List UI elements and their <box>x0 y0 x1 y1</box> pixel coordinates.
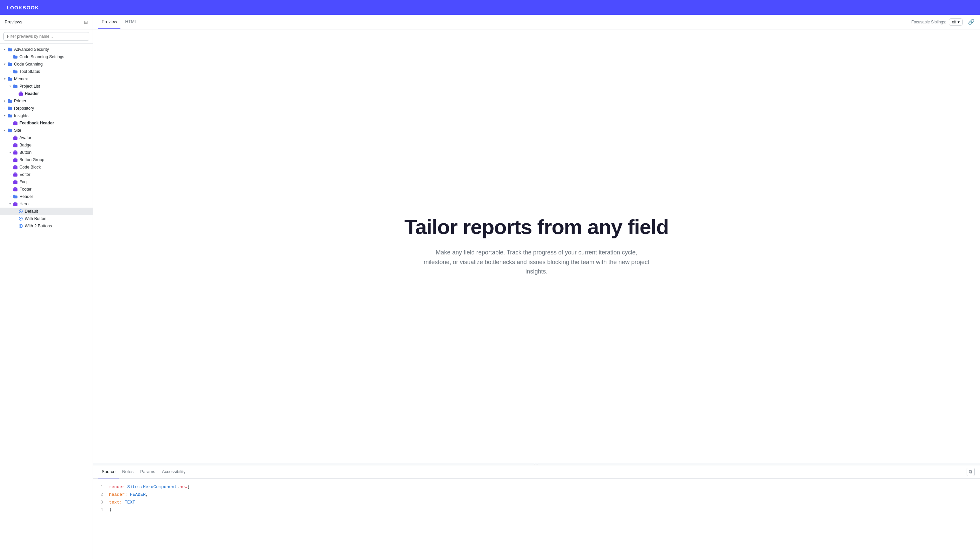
sidebar-item-footer[interactable]: Footer <box>0 185 93 193</box>
hero-body: Make any field reportable. Track the pro… <box>423 248 650 276</box>
sidebar-item-code-scanning-settings[interactable]: Code Scanning Settings <box>0 53 93 61</box>
sidebar-item-code-scanning[interactable]: Code Scanning <box>0 61 93 68</box>
grid-icon[interactable]: ⊞ <box>84 20 88 25</box>
svg-point-27 <box>20 225 22 227</box>
folder-icon <box>7 99 13 103</box>
tab-source[interactable]: Source <box>98 465 119 478</box>
tree-item-label: Code Scanning Settings <box>20 55 91 59</box>
focusable-value: off <box>952 20 956 25</box>
tree-item-label: Header <box>25 91 91 96</box>
folder-icon <box>7 76 13 81</box>
tab-html[interactable]: HTML <box>122 15 140 29</box>
svg-rect-3 <box>14 121 17 123</box>
focusable-label: Focusable Siblings: <box>911 20 946 25</box>
preview-area: Tailor reports from any field Make any f… <box>93 30 980 559</box>
component-icon <box>13 172 18 177</box>
chevron-icon <box>2 47 7 52</box>
chevron-icon <box>7 201 13 207</box>
sidebar-item-memex[interactable]: Memex <box>0 75 93 83</box>
copy-button[interactable]: ⧉ <box>967 468 975 476</box>
chevron-icon <box>2 61 7 67</box>
component-icon <box>13 157 18 162</box>
sidebar-item-insights[interactable]: Insights <box>0 112 93 119</box>
folder-icon <box>13 84 18 89</box>
sidebar-item-button[interactable]: Button <box>0 149 93 156</box>
tree-item-label: Button Group <box>20 157 91 162</box>
sidebar-item-faq[interactable]: Faq <box>0 178 93 185</box>
svg-rect-1 <box>20 92 22 93</box>
code-line: 2 header: HEADER, <box>93 491 980 499</box>
chevron-icon <box>2 128 7 133</box>
component-icon <box>13 150 18 155</box>
panel-divider[interactable] <box>93 463 980 465</box>
svg-rect-15 <box>14 172 17 174</box>
tree-item-label: Badge <box>20 143 91 147</box>
sidebar-item-avatar[interactable]: Avatar <box>0 134 93 141</box>
svg-rect-5 <box>14 136 17 137</box>
sidebar-item-repository[interactable]: Repository <box>0 105 93 112</box>
folder-icon <box>7 106 13 111</box>
tree-item-label: Tool Status <box>20 69 91 74</box>
chevron-icon <box>7 172 13 177</box>
tree-item-label: Button <box>20 150 91 155</box>
focusable-dropdown[interactable]: off ▾ <box>949 18 963 26</box>
tree-item-label: Hero <box>20 202 91 206</box>
sidebar-item-tool-status[interactable]: Tool Status <box>0 68 93 75</box>
svg-rect-13 <box>14 165 17 167</box>
chevron-icon <box>2 106 7 111</box>
sidebar: Previews ⊞ Advanced Security Code Scanni… <box>0 15 93 559</box>
tab-params[interactable]: Params <box>137 465 159 478</box>
tab-preview[interactable]: Preview <box>98 15 121 29</box>
link-icon[interactable]: 🔗 <box>968 19 975 25</box>
top-bar: LOOKBOOK <box>0 0 980 15</box>
folder-icon <box>13 69 18 74</box>
folder-icon <box>7 128 13 133</box>
app-logo: LOOKBOOK <box>7 5 39 10</box>
source-code: 1render Site::HeroComponent.new(2 header… <box>93 479 980 559</box>
focusable-siblings-control: Focusable Siblings: off ▾ 🔗 <box>911 18 975 26</box>
tab-notes[interactable]: Notes <box>119 465 137 478</box>
sidebar-item-header2[interactable]: Header <box>0 193 93 200</box>
tree-item-label: With Button <box>25 216 91 221</box>
sidebar-item-code-block[interactable]: Code Block <box>0 164 93 171</box>
tree-item-label: Code Block <box>20 165 91 170</box>
tree-item-label: Insights <box>14 113 91 118</box>
sidebar-header: Previews ⊞ <box>0 15 93 30</box>
sidebar-item-button-group[interactable]: Button Group <box>0 156 93 164</box>
sidebar-item-project-list[interactable]: Project List <box>0 83 93 90</box>
svg-point-25 <box>20 218 22 219</box>
preview-content: Tailor reports from any field Make any f… <box>93 30 980 463</box>
sidebar-item-primer[interactable]: Primer <box>0 97 93 105</box>
svg-point-23 <box>20 211 22 212</box>
chevron-icon <box>2 76 7 81</box>
component-icon <box>13 180 18 184</box>
top-tabs-bar: Preview HTML Focusable Siblings: off ▾ 🔗 <box>93 15 980 30</box>
component-icon <box>13 143 18 147</box>
code-line: 3 text: TEXT <box>93 499 980 506</box>
sidebar-item-with-button[interactable]: With Button <box>0 215 93 222</box>
tree-item-label: Header <box>20 194 91 199</box>
tree-item-label: Default <box>25 209 91 213</box>
tree-item-label: Code Scanning <box>14 62 91 66</box>
component-icon <box>13 202 18 206</box>
tab-accessibility[interactable]: Accessibility <box>159 465 189 478</box>
svg-rect-21 <box>14 202 17 203</box>
folder-icon <box>7 47 13 52</box>
svg-rect-19 <box>14 187 17 189</box>
folder-icon <box>7 113 13 118</box>
chevron-icon <box>7 150 13 155</box>
sidebar-item-badge[interactable]: Badge <box>0 141 93 149</box>
svg-rect-7 <box>14 143 17 145</box>
sidebar-item-with-2-buttons[interactable]: With 2 Buttons <box>0 222 93 230</box>
bottom-tabs-bar: Source Notes Params Accessibility ⧉ <box>93 465 980 479</box>
sidebar-item-advanced-security[interactable]: Advanced Security <box>0 46 93 53</box>
sidebar-item-default[interactable]: Default <box>0 208 93 215</box>
search-input[interactable] <box>3 32 89 41</box>
sidebar-item-feedback-header[interactable]: Feedback Header <box>0 119 93 127</box>
sidebar-item-editor[interactable]: Editor <box>0 171 93 178</box>
chevron-icon <box>2 113 7 118</box>
sidebar-item-site[interactable]: Site <box>0 127 93 134</box>
bottom-panel: Source Notes Params Accessibility ⧉ 1ren… <box>93 465 980 559</box>
sidebar-item-hero[interactable]: Hero <box>0 200 93 208</box>
sidebar-item-header[interactable]: Header <box>0 90 93 97</box>
